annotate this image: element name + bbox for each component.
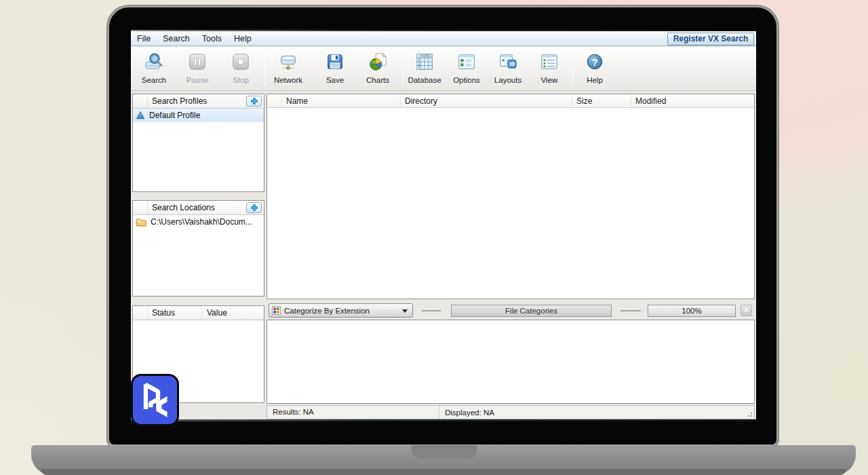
toolbar-label-view: View (530, 76, 569, 84)
profile-item-default[interactable]: Default Profile (133, 109, 264, 122)
network-icon (278, 52, 298, 72)
search-locations-header: Search Locations (133, 201, 264, 215)
menu-help[interactable]: Help (228, 32, 258, 45)
toolbar-label-search: Search (134, 76, 174, 84)
help-icon: ? (585, 52, 605, 72)
zoom-level-button[interactable]: 100% (648, 305, 736, 317)
toolbar-label-pause: Pause (178, 76, 217, 84)
add-location-button[interactable] (246, 202, 262, 213)
toolbar-label-options: Options (447, 76, 486, 84)
pc-watermark-logo (131, 374, 179, 426)
search-profiles-title: Search Profiles (148, 96, 207, 106)
charts-icon (368, 52, 388, 72)
results-count: Results: NA (267, 406, 439, 419)
pause-icon (187, 52, 208, 72)
view-icon (539, 52, 559, 72)
svg-text:2: 2 (418, 62, 420, 66)
toolbar-button-help[interactable]: ? Help (575, 49, 614, 88)
column-header-size[interactable]: Size (572, 94, 631, 107)
toolbar-button-layouts[interactable]: Layouts (488, 49, 528, 88)
displayed-count: Displayed: NA (439, 408, 494, 417)
value-column-header: Value (202, 308, 227, 318)
results-table: Name Directory Size Modified (267, 94, 755, 299)
laptop-base (31, 445, 856, 475)
menu-tools[interactable]: Tools (196, 32, 228, 45)
resize-grip[interactable] (747, 411, 753, 417)
toolbar-label-network: Network (269, 76, 308, 84)
header-gutter (267, 94, 282, 107)
categorize-dropdown[interactable]: Categorize By Extension (269, 303, 413, 318)
toolbar-label-charts: Charts (358, 76, 397, 84)
header-gutter (133, 201, 148, 214)
toolbar-button-network[interactable]: Network (269, 49, 308, 88)
toolbar-button-database[interactable]: A B C 1 2 3 Database (405, 49, 444, 88)
plus-icon (250, 204, 258, 212)
save-icon (325, 52, 345, 72)
toolbar: Search Pause Stop (131, 47, 756, 91)
vx-search-window: File Search Tools Help Register VX Searc… (131, 30, 756, 421)
categorize-dropdown-value: Categorize By Extension (284, 307, 370, 315)
stop-icon (231, 52, 251, 72)
folder-icon (136, 218, 146, 227)
plus-icon (250, 97, 258, 105)
column-header-directory[interactable]: Directory (401, 94, 572, 107)
svg-text:?: ? (591, 56, 597, 68)
profile-icon (136, 111, 145, 120)
column-header-name[interactable]: Name (282, 94, 401, 107)
profile-item-label: Default Profile (149, 111, 200, 120)
separator-dash (422, 310, 441, 311)
status-panel-header: Status Value (133, 306, 264, 320)
menu-bar: File Search Tools Help Register VX Searc… (131, 31, 756, 46)
search-locations-panel: Search Locations C:\Users\Vaishakh\Docum… (132, 200, 264, 297)
toolbar-label-save: Save (315, 76, 355, 84)
toolbar-button-view[interactable]: View (530, 49, 569, 88)
status-bar: Results: NA Displayed: NA (267, 405, 755, 419)
toolbar-button-save[interactable]: Save (315, 49, 355, 88)
toolbar-button-search[interactable]: Search (134, 49, 174, 88)
window-bottom-border (131, 419, 756, 421)
pc-logo-glyph (133, 376, 177, 424)
toolbar-separator (573, 52, 574, 86)
toolbar-label-database: Database (405, 76, 444, 84)
toolbar-button-pause[interactable]: Pause (178, 49, 217, 88)
scene: File Search Tools Help Register VX Searc… (0, 0, 868, 475)
status-column-header: Status (148, 306, 202, 320)
location-item-label: C:\Users\Vaishakh\Docum... (151, 217, 252, 227)
toolbar-separator (264, 52, 265, 86)
file-categories-button[interactable]: File Categories (451, 305, 612, 317)
toolbar-label-help: Help (575, 76, 614, 84)
database-icon: A B C 1 2 3 (414, 52, 435, 72)
toolbar-button-charts[interactable]: Charts (358, 49, 397, 88)
toolbar-label-stop: Stop (221, 76, 260, 84)
toolbar-label-layouts: Layouts (488, 76, 528, 84)
toolbar-button-stop[interactable]: Stop (221, 49, 260, 88)
search-profiles-panel: Search Profiles Default Profile (132, 94, 264, 192)
register-button[interactable]: Register VX Search (667, 33, 754, 45)
search-profiles-header: Search Profiles (133, 94, 264, 109)
options-icon (456, 52, 477, 72)
add-profile-button[interactable] (246, 96, 262, 107)
close-icon[interactable]: ✕ (741, 305, 752, 316)
header-gutter (133, 306, 148, 320)
toolbar-button-options[interactable]: Options (447, 49, 486, 88)
menu-file[interactable]: File (131, 32, 157, 45)
menu-search[interactable]: Search (157, 32, 196, 45)
categories-grid-icon (272, 306, 281, 315)
header-gutter (133, 94, 148, 108)
svg-text:1: 1 (418, 58, 420, 62)
column-header-modified[interactable]: Modified (631, 94, 754, 107)
laptop-base-notch (412, 445, 477, 459)
location-item[interactable]: C:\Users\Vaishakh\Docum... (133, 215, 264, 229)
search-locations-title: Search Locations (148, 203, 215, 212)
layouts-icon (498, 52, 518, 72)
svg-text:3: 3 (418, 66, 420, 69)
chevron-down-icon (402, 309, 408, 313)
file-categories-chart-area (267, 320, 755, 404)
svg-text:B: B (425, 54, 427, 58)
separator-dash (620, 310, 641, 311)
results-table-header: Name Directory Size Modified (267, 94, 754, 108)
toolbar-separator (402, 52, 403, 86)
search-icon (144, 52, 164, 72)
